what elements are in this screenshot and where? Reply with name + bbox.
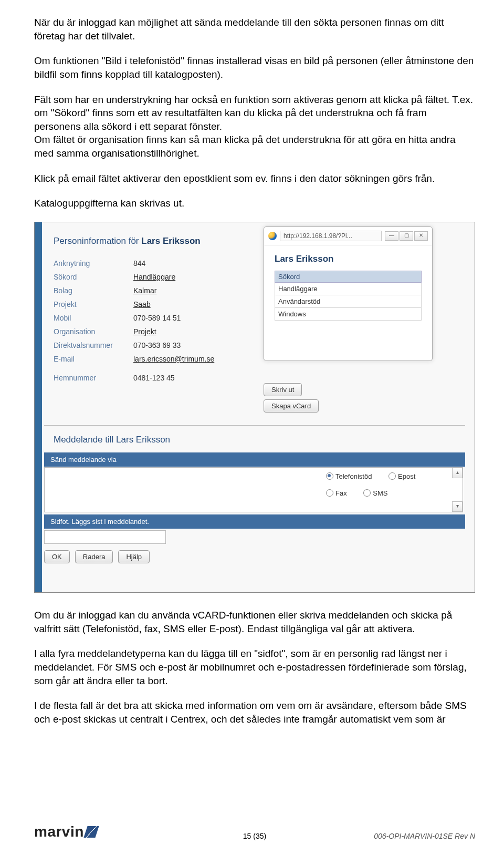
personinfo-label: Direktvalsnummer [54,339,132,352]
popup-person-name: Lars Eriksson [275,254,422,264]
radio-dot-icon [363,489,371,497]
section-divider [44,425,465,426]
personinfo-row: BolagKalmar [54,284,219,297]
radio-telefonistod[interactable]: Telefonistöd [326,472,372,480]
paragraph-3a: Fält som har en understrykning har också… [34,93,475,133]
personinfo-value: 0481-123 45 [133,366,219,384]
personinfo-row: Mobil070-589 14 51 [54,312,219,324]
close-icon[interactable]: ✕ [414,231,428,241]
scroll-up-icon[interactable]: ▴ [452,468,463,478]
personinfo-label: Mobil [54,312,132,324]
scroll-down-icon[interactable]: ▾ [452,501,463,512]
personinfo-row: OrganisationProjekt [54,325,219,338]
personinfo-label: Projekt [54,298,132,311]
personinfo-row: Anknytning844 [54,257,219,270]
page-number: 15 (35) [243,832,266,840]
personinfo-label: Sökord [54,271,132,283]
popup-sokord-item: Användarstöd [275,295,422,308]
personinfo-label: Organisation [54,325,132,338]
radio-dot-icon [388,472,396,480]
message-buttons: OK Radera Hjälp [44,550,150,563]
paragraph-3b: Om fältet ör organisation finns kan så m… [34,133,475,160]
popup-titlebar: http://192.168.1.98/?Pi... ― ▢ ✕ [264,227,432,245]
radio-row-2: Fax SMS [326,489,402,497]
personinfo-value: 844 [133,257,219,270]
personinfo-label: Bolag [54,284,132,297]
radio-sms[interactable]: SMS [363,489,387,497]
personinfo-header-name: Lars Eriksson [141,236,200,246]
personinfo-value[interactable]: Saab [133,298,219,311]
radio-epost[interactable]: Epost [388,472,415,480]
sidfot-bar: Sidfot. Läggs sist i meddelandet. [44,514,465,529]
personinfo-label: Anknytning [54,257,132,270]
minimize-icon[interactable]: ― [385,231,398,241]
ok-button[interactable]: OK [44,550,70,563]
personinfo-value[interactable]: lars.ericsson@trimum.se [133,353,219,365]
popup-sokord-heading: Sökord [275,271,422,283]
personinfo-row: SökordHandläggare [54,271,219,283]
paragraph-1: När du är inloggad kan möjlighet att sän… [34,16,475,43]
document-id: 006-OPI-MARVIN-01SE Rev N [374,832,475,840]
paragraph-4: Klick på email fältet aktiverar den epos… [34,172,475,186]
radio-telefonistod-label: Telefonistöd [335,472,372,480]
personinfo-row: E-maillars.ericsson@trimum.se [54,353,219,365]
personinfo-table: Anknytning844SökordHandläggareBolagKalma… [52,256,220,385]
skriv-ut-button[interactable]: Skriv ut [264,383,302,396]
radio-row-1: Telefonistöd Epost [326,472,430,480]
personinfo-header-prefix: Personinformation för [54,236,141,246]
personinfo-row: Hemnummer0481-123 45 [54,366,219,384]
personinfo-row: ProjektSaab [54,298,219,311]
radio-fax[interactable]: Fax [326,489,347,497]
window-controls: ― ▢ ✕ [385,231,428,241]
radio-dot-icon [326,472,333,480]
message-heading: Meddelande till Lars Eriksson [54,435,170,445]
popup-url-box[interactable]: http://192.168.1.98/?Pi... [280,231,382,241]
ie-icon [268,232,277,240]
paragraph-5: Kataloguppgifterna kan skrivas ut. [34,197,475,210]
radera-button[interactable]: Radera [75,550,113,563]
personinfo-value[interactable]: Handläggare [133,271,219,283]
personinfo-value[interactable]: Kalmar [133,284,219,297]
hjalp-button[interactable]: Hjälp [118,550,150,563]
personinfo-value: 070-363 69 33 [133,339,219,352]
app-screenshot: Personinformation för Lars Eriksson Ankn… [34,222,475,593]
paragraph-7: I alla fyra meddelandetyperna kan du läg… [34,647,475,687]
paragraph-6: Om du är inloggad kan du använda vCARD-f… [34,609,475,635]
radio-sms-label: SMS [373,489,387,497]
paragraph-2: Om funktionen "Bild i telefonistöd" finn… [34,54,475,81]
maximize-icon[interactable]: ▢ [400,231,413,241]
paragraph-8: I de flesta fall är det bra att skicka m… [34,699,475,726]
personinfo-value[interactable]: Projekt [133,325,219,338]
personinfo-row: Direktvalsnummer070-363 69 33 [54,339,219,352]
popup-sokord-item: Windows [275,308,422,321]
radio-fax-label: Fax [335,489,347,497]
marvin-logo: marvin [34,823,97,840]
personinfo-header: Personinformation för Lars Eriksson [54,236,201,246]
personinfo-label: Hemnummer [54,366,132,384]
logo-slash-icon [83,826,99,838]
radio-epost-label: Epost [398,472,415,480]
message-heading-name: Lars Eriksson [116,435,170,445]
sidfot-input[interactable] [44,530,166,544]
left-accent-bar [35,222,42,592]
skapa-vcard-button[interactable]: Skapa vCard [264,399,319,413]
radio-dot-icon [326,489,333,497]
message-heading-prefix: Meddelande till [54,435,116,445]
logo-text: marvin [34,823,84,840]
sokord-popup-window: http://192.168.1.98/?Pi... ― ▢ ✕ Lars Er… [264,226,433,361]
action-buttons-group: Skriv ut Skapa vCard [264,383,319,413]
page-footer: marvin 15 (35) 006-OPI-MARVIN-01SE Rev N [34,823,475,840]
send-via-bar: Sänd meddelande via [44,452,465,467]
personinfo-label: E-mail [54,353,132,365]
popup-sokord-item: Handläggare [275,283,422,295]
personinfo-value: 070-589 14 51 [133,312,219,324]
